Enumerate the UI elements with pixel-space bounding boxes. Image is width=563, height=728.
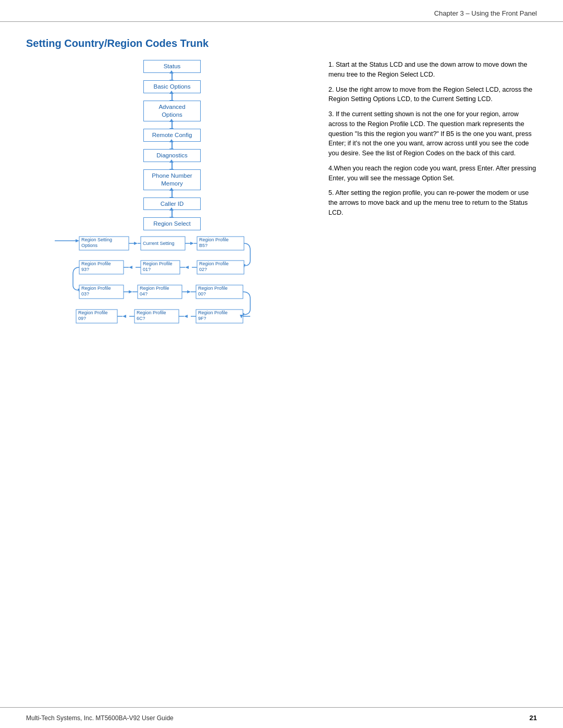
instruction-2: 2. Use the right arrow to move from the … xyxy=(328,85,537,105)
svg-text:9F?: 9F? xyxy=(198,316,206,321)
instruction-4: 4.When you reach the region code you wan… xyxy=(328,164,537,183)
region-flow-svg: Region Setting Options Current Setting xyxy=(26,236,318,341)
svg-marker-21 xyxy=(185,266,189,269)
svg-marker-11 xyxy=(190,242,194,245)
arrow-up-1 xyxy=(169,70,174,73)
svg-marker-6 xyxy=(134,242,138,245)
svg-text:04?: 04? xyxy=(140,291,148,297)
svg-text:01?: 01? xyxy=(143,267,151,272)
diagram-text-layout: Status Basic Options Advanced Options Re… xyxy=(26,60,537,341)
instruction-2-text: 2. Use the right arrow to move from the … xyxy=(328,86,532,103)
flow-box-region-select: Region Select xyxy=(143,217,201,230)
svg-marker-55 xyxy=(184,315,188,318)
footer-left-text: Multi-Tech Systems, Inc. MT5600BA-V92 Us… xyxy=(26,714,174,722)
connector-1 xyxy=(172,73,173,80)
svg-text:Options: Options xyxy=(81,243,98,248)
arrow-up-7 xyxy=(169,207,174,211)
page-title: Setting Country/Region Codes Trunk xyxy=(26,38,537,50)
instruction-1-text: 1. Start at the Status LCD and use the d… xyxy=(328,61,527,78)
main-content: Setting Country/Region Codes Trunk Statu… xyxy=(0,22,563,707)
arrow-up-6 xyxy=(169,188,174,191)
arrow-up-4 xyxy=(169,139,174,142)
svg-marker-43 xyxy=(187,290,191,293)
svg-text:03?: 03? xyxy=(81,291,89,297)
page-footer: Multi-Tech Systems, Inc. MT5600BA-V92 Us… xyxy=(0,707,563,728)
instruction-5: 5. After setting the region profile, you… xyxy=(328,188,537,217)
connector-2 xyxy=(172,93,173,101)
page-container: Chapter 3 – Using the Front Panel Settin… xyxy=(0,0,563,728)
header-title: Chapter 3 – Using the Front Panel xyxy=(434,9,537,17)
footer-page-number: 21 xyxy=(530,714,537,722)
svg-text:Region Profile: Region Profile xyxy=(78,310,108,315)
connector-3 xyxy=(172,121,173,129)
svg-text:6C?: 6C? xyxy=(137,316,145,321)
svg-text:Region Profile: Region Profile xyxy=(137,310,166,315)
instruction-3: 3. If the current setting shown is not t… xyxy=(328,109,537,158)
instruction-4-text: 4.When you reach the region code you wan… xyxy=(328,165,536,182)
svg-text:Region Profile: Region Profile xyxy=(81,261,111,266)
page-header: Chapter 3 – Using the Front Panel xyxy=(0,0,563,22)
svg-text:Region Profile: Region Profile xyxy=(199,261,229,266)
connector-4 xyxy=(172,142,173,149)
svg-text:Region Profile: Region Profile xyxy=(81,286,111,291)
connector-5 xyxy=(172,162,173,169)
connector-7 xyxy=(172,210,173,217)
svg-text:00?: 00? xyxy=(198,291,206,297)
svg-text:93?: 93? xyxy=(81,267,89,272)
instruction-5-text: 5. After setting the region profile, you… xyxy=(328,189,529,216)
flow-diagram: Status Basic Options Advanced Options Re… xyxy=(26,60,318,341)
svg-marker-27 xyxy=(129,266,132,269)
svg-marker-37 xyxy=(129,290,132,293)
instructions: 1. Start at the Status LCD and use the d… xyxy=(328,60,537,223)
arrow-up-3 xyxy=(169,119,174,122)
arrow-up-2 xyxy=(169,91,174,94)
svg-text:Region Profile: Region Profile xyxy=(143,261,173,266)
svg-text:02?: 02? xyxy=(199,267,207,272)
svg-text:Region Profile: Region Profile xyxy=(199,237,229,242)
svg-text:Current Setting: Current Setting xyxy=(143,241,175,246)
svg-text:Region Profile: Region Profile xyxy=(198,286,228,291)
svg-marker-61 xyxy=(123,315,126,318)
svg-text:B5?: B5? xyxy=(199,243,207,248)
instruction-1: 1. Start at the Status LCD and use the d… xyxy=(328,60,537,80)
instruction-3-text: 3. If the current setting shown is not t… xyxy=(328,110,532,157)
svg-marker-1 xyxy=(76,239,79,242)
connector-6 xyxy=(172,190,173,198)
svg-text:09?: 09? xyxy=(78,316,86,321)
svg-text:Region Setting: Region Setting xyxy=(81,237,112,242)
svg-text:Region Profile: Region Profile xyxy=(140,286,169,291)
svg-text:Region Profile: Region Profile xyxy=(198,310,228,315)
arrow-up-5 xyxy=(169,159,174,163)
